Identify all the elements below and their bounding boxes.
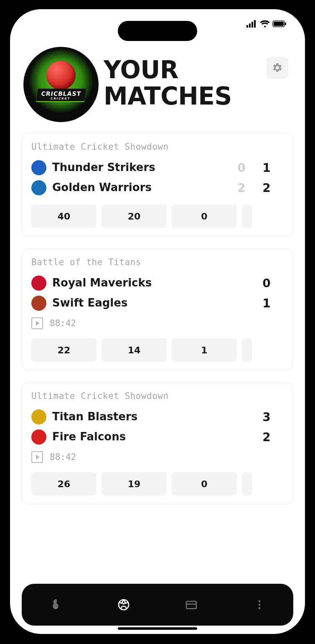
- team-badge-icon: [31, 429, 46, 445]
- app-logo: CRICBLASTCRICKET: [23, 47, 99, 122]
- match-card[interactable]: Ultimate Cricket ShowdownThunder Striker…: [22, 133, 293, 237]
- page-title: YOUR MATCHES: [104, 47, 262, 109]
- card-icon: [185, 598, 198, 611]
- team-score: 2: [257, 181, 276, 195]
- team-row: Titan Blasters3: [31, 407, 276, 427]
- team-badge-icon: [31, 276, 46, 291]
- team-name: Thunder Strikers: [52, 161, 226, 174]
- bottom-nav: [22, 584, 293, 626]
- svg-rect-0: [246, 25, 248, 28]
- more-vertical-icon: [254, 599, 265, 611]
- svg-point-12: [258, 607, 260, 609]
- stat-chip[interactable]: 22: [31, 338, 97, 362]
- match-time-row: 88:42: [31, 313, 293, 332]
- stat-chip-peek[interactable]: [242, 472, 252, 496]
- team-name: Swift Eagles: [52, 297, 251, 309]
- svg-point-10: [258, 601, 260, 603]
- play-icon[interactable]: [31, 451, 43, 463]
- stat-chip[interactable]: 26: [31, 472, 97, 496]
- stat-chip[interactable]: 0: [172, 204, 237, 228]
- match-time-row: 88:42: [31, 447, 293, 465]
- match-time: 88:42: [50, 318, 76, 328]
- screen: CRICBLASTCRICKET YOUR MATCHES Ultimate C…: [10, 9, 305, 634]
- stat-chip[interactable]: 20: [102, 204, 167, 228]
- team-score: 1: [257, 296, 276, 310]
- cellular-signal-icon: [246, 20, 257, 28]
- gear-icon: [272, 62, 283, 73]
- tournament-name: Ultimate Cricket Showdown: [31, 391, 293, 401]
- match-card[interactable]: Ultimate Cricket ShowdownTitan Blasters3…: [22, 382, 293, 504]
- team-row: Fire Falcons2: [31, 427, 276, 447]
- match-time: 88:42: [50, 452, 76, 462]
- nav-item-card[interactable]: [181, 595, 201, 615]
- team-score: 2: [257, 430, 276, 444]
- battery-icon: [272, 20, 287, 27]
- team-row: Swift Eagles1: [31, 293, 276, 313]
- team-badge-icon: [31, 160, 46, 175]
- match-list[interactable]: Ultimate Cricket ShowdownThunder Striker…: [10, 126, 305, 634]
- team-badge-icon: [31, 180, 46, 195]
- stat-chip-peek[interactable]: [242, 338, 252, 362]
- match-card[interactable]: Battle of the TitansRoyal Mavericks0Swif…: [22, 248, 293, 371]
- tournament-name: Battle of the Titans: [31, 257, 293, 267]
- stat-chip[interactable]: 14: [102, 338, 167, 362]
- phone-frame: CRICBLASTCRICKET YOUR MATCHES Ultimate C…: [0, 0, 315, 644]
- team-row: Thunder Strikers01: [31, 158, 276, 178]
- physical-button: [0, 142, 2, 184]
- fire-icon: [49, 598, 62, 611]
- svg-rect-3: [254, 20, 256, 28]
- header: CRICBLASTCRICKET YOUR MATCHES: [10, 38, 305, 126]
- svg-rect-6: [285, 23, 286, 25]
- nav-item-fire[interactable]: [46, 595, 66, 615]
- team-score-previous: 2: [232, 181, 251, 195]
- settings-button[interactable]: [267, 57, 288, 79]
- dynamic-island: [118, 21, 197, 41]
- svg-rect-5: [274, 22, 284, 26]
- home-indicator: [118, 627, 197, 630]
- stat-chip-peek[interactable]: [242, 204, 252, 228]
- team-score: 1: [257, 161, 276, 175]
- chip-row[interactable]: 26190: [31, 472, 293, 496]
- wifi-icon: [260, 20, 270, 28]
- team-name: Royal Mavericks: [52, 277, 251, 289]
- team-score: 0: [257, 276, 276, 290]
- stat-chip[interactable]: 19: [102, 472, 167, 496]
- team-row: Golden Warriors22: [31, 178, 276, 198]
- svg-rect-2: [251, 22, 253, 28]
- physical-button: [0, 100, 2, 121]
- team-score: 3: [257, 410, 276, 424]
- nav-item-more[interactable]: [249, 595, 269, 615]
- football-icon: [117, 598, 130, 611]
- nav-item-ball[interactable]: [114, 595, 134, 615]
- team-score-previous: 0: [232, 161, 251, 175]
- play-icon[interactable]: [31, 317, 43, 329]
- chip-row[interactable]: 40200: [31, 204, 293, 228]
- stat-chip[interactable]: 0: [172, 472, 237, 496]
- team-name: Golden Warriors: [52, 181, 226, 194]
- tournament-name: Ultimate Cricket Showdown: [31, 142, 293, 152]
- svg-rect-1: [249, 23, 251, 28]
- stat-chip[interactable]: 1: [172, 338, 237, 362]
- team-badge-icon: [31, 296, 46, 311]
- stat-chip[interactable]: 40: [31, 204, 97, 228]
- chip-row[interactable]: 22141: [31, 338, 293, 362]
- physical-button: [313, 159, 315, 222]
- svg-rect-8: [186, 601, 196, 608]
- physical-button: [0, 196, 2, 238]
- team-name: Titan Blasters: [52, 411, 251, 423]
- svg-point-11: [258, 604, 260, 606]
- svg-point-7: [119, 600, 129, 610]
- team-row: Royal Mavericks0: [31, 273, 276, 293]
- team-name: Fire Falcons: [52, 431, 251, 443]
- team-badge-icon: [31, 409, 46, 424]
